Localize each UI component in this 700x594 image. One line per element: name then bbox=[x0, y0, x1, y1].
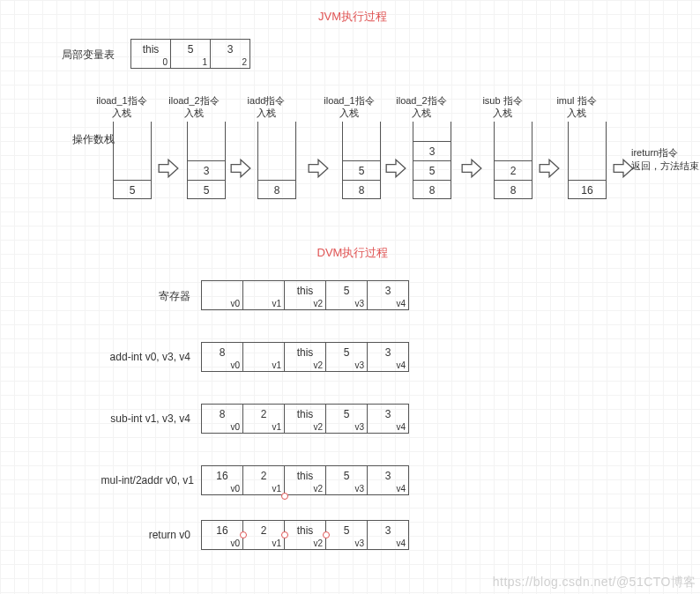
localvar-cell: 5 1 bbox=[170, 39, 211, 69]
stack-cell: 2 bbox=[494, 160, 532, 180]
localvar-val: 5 bbox=[171, 43, 210, 56]
dvm-cell: 3v4 bbox=[367, 465, 409, 495]
arrow-right-icon bbox=[460, 157, 483, 180]
stack-cell: 8 bbox=[413, 180, 451, 199]
handle-dot-icon bbox=[281, 493, 288, 500]
arrow-right-icon bbox=[157, 157, 180, 180]
stack-note: iload_1指令入栈 bbox=[86, 95, 157, 120]
dvm-cell: 3v4 bbox=[367, 280, 409, 310]
stack-note: iload_2指令入栈 bbox=[386, 95, 457, 120]
stack-cell: 3 bbox=[187, 160, 226, 180]
dvm-cell: thisv2 bbox=[284, 520, 326, 550]
dvm-cell: 2v1 bbox=[242, 465, 285, 495]
dvm-cell: thisv2 bbox=[284, 465, 326, 495]
stack-note: iload_1指令入栈 bbox=[314, 95, 384, 120]
dvm-cell: thisv2 bbox=[284, 342, 326, 372]
arrow-right-icon bbox=[538, 157, 561, 180]
stack-cell: 8 bbox=[342, 180, 381, 199]
watermark: https://blog.csdn.net/@51CTO博客 bbox=[493, 575, 696, 590]
dvm-cell: 16v0 bbox=[201, 520, 243, 550]
stack-note: isub 指令入栈 bbox=[467, 95, 538, 120]
registers-label: 寄存器 bbox=[85, 289, 190, 304]
dvm-cell: v1 bbox=[242, 342, 285, 372]
arrow-right-icon bbox=[384, 157, 407, 180]
dvm-cell: thisv2 bbox=[284, 404, 326, 434]
dvm-cell: 2v1 bbox=[242, 520, 285, 550]
local-vars-label: 局部变量表 bbox=[9, 48, 115, 63]
stack-cell: 5 bbox=[187, 180, 226, 199]
dvm-instr-label: mul-int/2addr v0, v1 bbox=[71, 474, 194, 486]
dvm-cell: v1 bbox=[242, 280, 285, 310]
handle-dot-icon bbox=[281, 531, 288, 538]
stack-cell: 16 bbox=[568, 180, 607, 199]
dvm-cell: v0 bbox=[201, 280, 243, 310]
op-stack-label: 操作数栈 bbox=[9, 132, 115, 147]
stack-cell: 5 bbox=[113, 180, 152, 199]
dvm-cell: 8v0 bbox=[201, 404, 243, 434]
dvm-cell: 5v3 bbox=[325, 404, 368, 434]
stack-cell: 8 bbox=[494, 180, 532, 199]
dvm-cell: 2v1 bbox=[242, 404, 285, 434]
arrow-right-icon bbox=[229, 157, 252, 180]
dvm-instr-label: return v0 bbox=[85, 529, 190, 541]
dvm-cell: 3v4 bbox=[367, 520, 409, 550]
arrow-right-icon bbox=[307, 157, 330, 180]
return-note: ireturn指令返回，方法结束 bbox=[631, 146, 700, 173]
localvar-idx: 1 bbox=[202, 57, 207, 67]
stack-cell: 8 bbox=[257, 180, 296, 199]
localvar-cell: 3 2 bbox=[210, 39, 250, 69]
handle-dot-icon bbox=[323, 531, 330, 538]
dvm-cell: 5v3 bbox=[325, 520, 368, 550]
localvar-idx: 0 bbox=[162, 57, 168, 67]
localvar-cell: this 0 bbox=[130, 39, 171, 69]
localvar-val: 3 bbox=[211, 43, 249, 56]
stack-note: iadd指令入栈 bbox=[231, 95, 302, 120]
stack-note: iload_2指令入栈 bbox=[159, 95, 229, 120]
localvar-val: this bbox=[131, 43, 170, 56]
stack-cell: 3 bbox=[413, 141, 451, 160]
dvm-cell: 5v3 bbox=[325, 280, 368, 310]
dvm-instr-label: add-int v0, v3, v4 bbox=[85, 351, 190, 363]
stack-note: imul 指令入栈 bbox=[541, 95, 612, 120]
dvm-cell: 16v0 bbox=[201, 465, 243, 495]
dvm-instr-label: sub-int v1, v3, v4 bbox=[85, 412, 190, 425]
stack-cell: 5 bbox=[342, 160, 381, 180]
dvm-title: DVM执行过程 bbox=[264, 245, 441, 261]
handle-dot-icon bbox=[240, 531, 247, 538]
dvm-cell: 5v3 bbox=[325, 465, 368, 495]
dvm-cell: 3v4 bbox=[367, 342, 409, 372]
localvar-idx: 2 bbox=[242, 57, 247, 67]
dvm-cell: 5v3 bbox=[325, 342, 368, 372]
dvm-cell: thisv2 bbox=[284, 280, 326, 310]
dvm-cell: 3v4 bbox=[367, 404, 409, 434]
stack-cell: 5 bbox=[413, 160, 451, 180]
dvm-cell: 8v0 bbox=[201, 342, 243, 372]
jvm-title: JVM执行过程 bbox=[264, 9, 441, 25]
